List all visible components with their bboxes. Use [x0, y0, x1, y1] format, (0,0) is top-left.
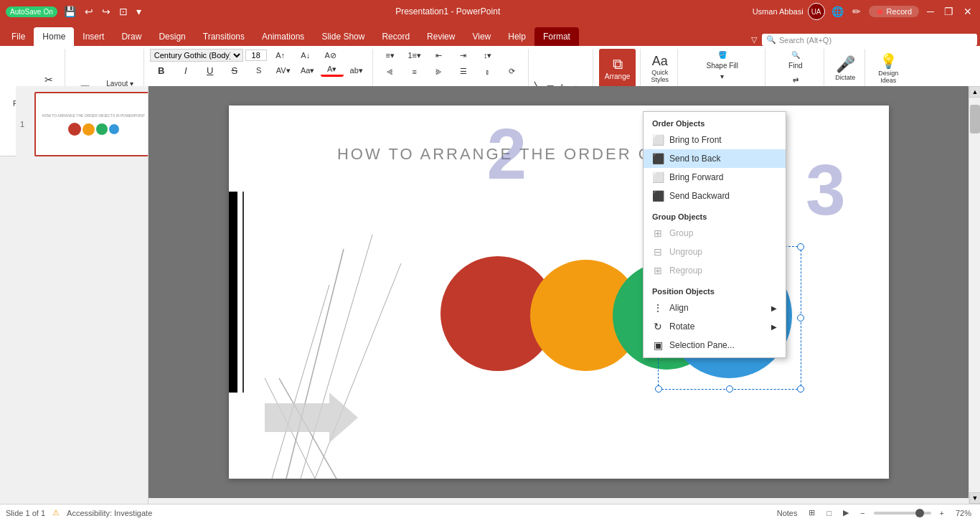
slideshow-button[interactable]: ▶	[840, 507, 852, 519]
tab-design[interactable]: Design	[150, 27, 194, 46]
slide-number-1: 1	[20, 120, 24, 128]
line-spacing-button[interactable]: ↕▾	[476, 49, 499, 62]
restore-button[interactable]: ❐	[942, 4, 956, 19]
autosave-label: AutoSave	[10, 8, 41, 16]
group-item[interactable]: ⊞ Group	[644, 224, 786, 243]
notes-button[interactable]: Notes	[774, 507, 801, 519]
autosave-toggle[interactable]: AutoSave On	[6, 6, 57, 17]
font-size-increase-button[interactable]: A↑	[269, 50, 292, 60]
clear-formatting-button[interactable]: A⊘	[319, 50, 342, 61]
design-ideas-icon: 💡	[880, 52, 897, 70]
scroll-down-button[interactable]: ▼	[969, 492, 980, 504]
highlight-button[interactable]: ab▾	[345, 65, 368, 76]
strikethrough-button[interactable]: S	[223, 65, 246, 77]
text-direction-button[interactable]: ⟳	[501, 65, 524, 78]
handle-br[interactable]	[797, 385, 804, 393]
tab-review[interactable]: Review	[418, 27, 463, 46]
font-family-select[interactable]: Century Gothic (Body)	[150, 49, 243, 62]
bring-forward-item[interactable]: ⬜ Bring Forward	[644, 168, 786, 187]
dictate-button[interactable]: 🎤 Dictate	[831, 49, 859, 88]
rotate-item[interactable]: ↻ Rotate ▶	[644, 317, 786, 336]
numbering-button[interactable]: 1≡▾	[403, 49, 426, 62]
group-objects-header: Group Objects	[644, 208, 786, 224]
reading-view-button[interactable]: □	[824, 507, 834, 519]
design-ideas-button[interactable]: 💡 Design Ideas	[874, 49, 903, 88]
accessibility-label[interactable]: Accessibility: Investigate	[67, 509, 152, 517]
tab-record[interactable]: Record	[373, 27, 418, 46]
align-left-button[interactable]: ⫷	[379, 65, 402, 78]
feedback-icon[interactable]: ✏	[850, 4, 863, 19]
zoom-in-button[interactable]: +	[937, 507, 947, 519]
tab-transitions[interactable]: Transitions	[194, 27, 253, 46]
zoom-slider[interactable]	[874, 512, 931, 515]
tab-draw[interactable]: Draw	[113, 27, 150, 46]
handle-bm[interactable]	[726, 385, 733, 393]
bring-to-front-item[interactable]: ⬜ Bring to Front	[644, 131, 786, 149]
tab-view[interactable]: View	[463, 27, 499, 46]
slide-thumbnail-1[interactable]: HOW TO ARRANGE THE ORDER OBJECTS IN POWE…	[34, 92, 149, 156]
align-item[interactable]: ⋮ Align ▶	[644, 299, 786, 317]
arrange-button[interactable]: ⧉ Arrange	[599, 49, 636, 88]
bold-button[interactable]: B	[150, 65, 173, 77]
bring-to-front-icon: ⬜	[652, 134, 664, 146]
indent-decrease-button[interactable]: ⇤	[428, 49, 451, 62]
indent-increase-button[interactable]: ⇥	[452, 49, 475, 62]
redo-button[interactable]: ↪	[100, 4, 113, 19]
columns-button[interactable]: ⫾	[476, 65, 499, 78]
zoom-out-button[interactable]: −	[857, 507, 867, 519]
save-button[interactable]: 💾	[62, 4, 78, 19]
tab-insert[interactable]: Insert	[74, 27, 113, 46]
scroll-up-button[interactable]: ▲	[969, 86, 980, 98]
slides-panel: 1 HOW TO ARRANGE THE ORDER OBJECTS IN PO…	[16, 86, 149, 507]
handle-bl[interactable]	[655, 385, 662, 393]
font-color-button[interactable]: A▾	[321, 64, 344, 77]
italic-button[interactable]: I	[174, 65, 197, 77]
undo-button[interactable]: ↩	[83, 4, 95, 19]
character-spacing-button[interactable]: AV▾	[272, 65, 295, 76]
tab-file[interactable]: File	[3, 27, 34, 46]
search-box[interactable]: 🔍 Search (Alt+Q)	[762, 34, 977, 46]
tab-home[interactable]: Home	[34, 27, 74, 46]
slide-sorter-button[interactable]: ⊞	[806, 507, 818, 519]
selection-pane-item[interactable]: ▣ Selection Pane...	[644, 336, 786, 355]
align-center-button[interactable]: ≡	[403, 65, 426, 78]
bullets-button[interactable]: ≡▾	[379, 49, 402, 62]
handle-mr[interactable]	[797, 314, 804, 321]
shape-fill-button[interactable]: 🪣 Shape Fill ▾	[695, 49, 749, 83]
font-size-input[interactable]	[245, 50, 267, 61]
justify-button[interactable]: ☰	[452, 65, 475, 78]
search-icon: 🔍	[766, 35, 776, 44]
align-label: Align	[669, 303, 689, 313]
zoom-level[interactable]: 72%	[953, 507, 974, 519]
send-to-back-item[interactable]: ⬛ Send to Back	[644, 149, 786, 168]
underline-button[interactable]: U	[199, 65, 222, 77]
collapse-ribbon-button[interactable]: ▽	[749, 34, 759, 46]
quick-access-dropdown[interactable]: ▾	[134, 4, 143, 19]
tablet-mode-button[interactable]: ⊡	[117, 4, 130, 19]
close-button[interactable]: ✕	[961, 4, 974, 19]
profile-icon[interactable]: 🌐	[829, 4, 846, 19]
handle-tr[interactable]	[797, 243, 804, 250]
shadow-button[interactable]: S	[248, 65, 270, 75]
tab-format[interactable]: Format	[534, 27, 579, 46]
regroup-item[interactable]: ⊞ Regroup	[644, 261, 786, 280]
cut-button[interactable]: ✂	[37, 72, 60, 88]
quick-styles-button[interactable]: Aa Quick Styles	[647, 49, 674, 88]
zoom-thumb[interactable]	[915, 509, 924, 517]
rotate-label: Rotate	[669, 321, 694, 332]
change-case-button[interactable]: Aa▾	[296, 65, 319, 76]
minimize-button[interactable]: ─	[925, 4, 936, 19]
ungroup-item[interactable]: ⊟ Ungroup	[644, 243, 786, 261]
tab-animations[interactable]: Animations	[253, 27, 313, 46]
shape-fill-dropdown-icon[interactable]: ▾	[720, 72, 724, 80]
scroll-thumb[interactable]	[970, 105, 980, 133]
record-button[interactable]: ⏺ Record	[869, 6, 919, 17]
user-avatar[interactable]: UA	[808, 3, 825, 20]
align-right-button[interactable]: ⫸	[428, 65, 451, 78]
tab-help[interactable]: Help	[499, 27, 534, 46]
find-button[interactable]: 🔍 Find	[778, 49, 813, 72]
send-backward-item[interactable]: ⬛ Send Backward	[644, 187, 786, 205]
font-size-decrease-button[interactable]: A↓	[294, 50, 317, 60]
tab-slideshow[interactable]: Slide Show	[313, 27, 373, 46]
slide-canvas[interactable]: 2 ↙ 3 HOW TO ARRANGE THE ORDER OBJ VERPO…	[229, 105, 889, 479]
